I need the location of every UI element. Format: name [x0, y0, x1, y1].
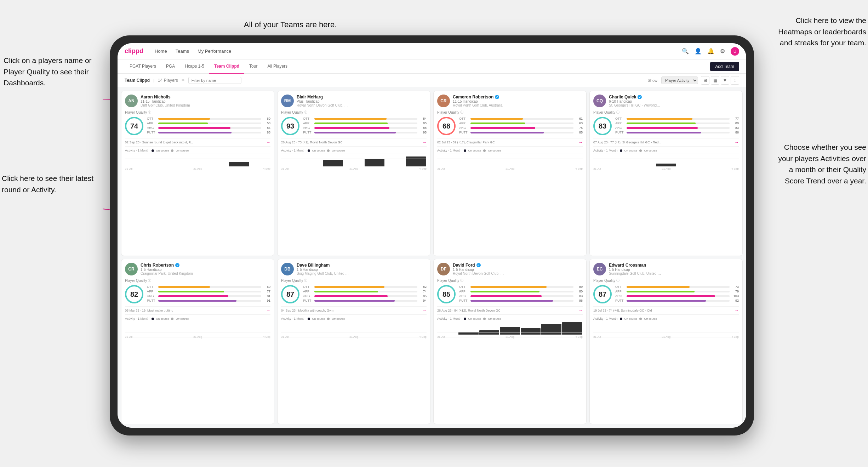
quality-circle[interactable]: 68 [437, 117, 456, 135]
player-club: Craigmillar Park, United Kingdom [141, 272, 194, 275]
quality-circle[interactable]: 85 [437, 285, 456, 303]
stat-bar-app [470, 123, 525, 124]
show-select[interactable]: Player Activity [661, 76, 698, 84]
chart-label-start: 31 Jul [281, 335, 289, 338]
activity-section: Activity · 1 Month On course Off course … [437, 149, 583, 171]
quality-circle[interactable]: 87 [281, 285, 299, 303]
latest-round[interactable]: 26 Aug 23 · 84 (+12), Royal North Devon … [437, 306, 583, 315]
player-card[interactable]: DB Dave Billingham 1-5 Handicap Soig Mag… [277, 259, 430, 424]
player-card[interactable]: CR Chris Robertson ✓ 1-5 Handicap Craigm… [121, 259, 274, 424]
quality-circle[interactable]: 93 [281, 117, 299, 135]
stat-val-putt: 91 [263, 299, 270, 302]
player-card[interactable]: BM Blair McHarg Plus Handicap Royal Nort… [277, 91, 430, 256]
quality-score: 87 [286, 290, 294, 298]
player-card[interactable]: AN Aaron Nicholls 11-15 Handicap Drift G… [121, 91, 274, 256]
sub-nav-pga[interactable]: PGA [161, 59, 180, 74]
player-name[interactable]: David Ford ✓ [453, 263, 583, 268]
chart-label-start: 31 Jul [593, 167, 601, 170]
player-card-header: DF David Ford ✓ 1-5 Handicap Royal North… [437, 263, 583, 275]
latest-round-arrow[interactable]: → [266, 140, 270, 145]
player-name[interactable]: Cameron Robertson ✓ [453, 95, 583, 99]
sub-nav-hcaps[interactable]: Hcaps 1-5 [180, 59, 209, 74]
add-team-button[interactable]: Add Team [710, 62, 739, 71]
annotation-activities: Choose whether you seeyour players Activ… [742, 142, 866, 186]
latest-round-arrow[interactable]: → [735, 308, 739, 313]
chart-label-end: 4 Sep [731, 167, 739, 170]
player-card[interactable]: CR Cameron Robertson ✓ 11-15 Handicap Ro… [433, 91, 587, 256]
chart-bars [125, 154, 270, 166]
quality-section[interactable]: 83 OTT 77 APP 80 ARG [593, 117, 739, 135]
filter-icon[interactable]: ▼ [721, 76, 729, 85]
latest-round-text: 19 Jul 23 · 74 (+4), Sunningdale GC - Ol… [593, 309, 652, 312]
latest-round-text: 02 Jul 23 · 59 (+17), Craigmillar Park G… [437, 141, 495, 144]
quality-section[interactable]: 82 OTT 60 APP 77 ARG [125, 285, 270, 303]
quality-section[interactable]: 74 OTT 60 APP 58 ARG [125, 117, 270, 135]
latest-round-arrow[interactable]: → [422, 140, 427, 145]
latest-round[interactable]: 04 Sep 23 · Mobility with coach, Gym → [281, 306, 427, 315]
latest-round[interactable]: 07 Aug 23 · 77 (+7), St George's Hill GC… [593, 138, 739, 147]
latest-round-arrow[interactable]: → [422, 308, 427, 313]
quality-circle[interactable]: 87 [593, 285, 612, 303]
player-name[interactable]: Charlie Quick ✓ [609, 95, 739, 99]
chart-label-mid: 21 Aug [662, 335, 670, 338]
search-icon[interactable]: 🔍 [682, 48, 689, 55]
player-name[interactable]: Blair McHarg [297, 95, 427, 99]
quality-section[interactable]: 85 OTT 89 APP 80 ARG [437, 285, 583, 303]
chart-label-end: 4 Sep [575, 335, 583, 338]
player-card[interactable]: CQ Charlie Quick ✓ 6-10 Handicap St. Geo… [589, 91, 743, 256]
sub-nav-tour[interactable]: Tour [244, 59, 262, 74]
player-name[interactable]: Chris Robertson ✓ [141, 263, 270, 268]
avatar-icon[interactable]: U [731, 47, 739, 56]
player-name[interactable]: Dave Billingham [297, 263, 427, 268]
view-icons: ⊞ ▦ ▼ ↕ [701, 76, 739, 85]
latest-round-arrow[interactable]: → [578, 140, 583, 145]
quality-circle[interactable]: 83 [593, 117, 612, 135]
sub-nav-team-clippd[interactable]: Team Clippd [209, 59, 244, 74]
player-card[interactable]: DF David Ford ✓ 1-5 Handicap Royal North… [433, 259, 587, 424]
filter-input[interactable] [188, 77, 241, 84]
latest-round[interactable]: 02 Jul 23 · 59 (+17), Craigmillar Park G… [437, 138, 583, 147]
latest-round[interactable]: 02 Sep 23 · Sunrise round to get back in… [125, 138, 270, 147]
settings-icon[interactable]: ⚙ [720, 48, 725, 55]
chart-area: 31 Jul 21 Aug 4 Sep [281, 154, 427, 171]
stat-val-arg: 85 [419, 294, 427, 298]
nav-performance[interactable]: My Performance [198, 49, 231, 54]
list-view-icon[interactable]: ▦ [711, 76, 719, 85]
player-club: Royal North Devon Golf Club, United Ki..… [453, 272, 506, 275]
stat-bar-putt [314, 132, 396, 133]
verified-icon: ✓ [495, 95, 499, 99]
quality-section[interactable]: 93 OTT 84 APP 85 ARG [281, 117, 427, 135]
stat-val-arg: 84 [263, 126, 270, 130]
player-club: Royal North Devon Golf Club, United Ki..… [297, 103, 350, 107]
latest-round[interactable]: 05 Mar 23 · 19; Must make putting → [125, 306, 270, 315]
sort-icon[interactable]: ↕ [731, 76, 739, 85]
user-icon[interactable]: 👤 [695, 48, 702, 55]
annotation-players-name: Click on a players name or Player Qualit… [4, 55, 104, 89]
quality-section[interactable]: 87 OTT 73 APP 79 ARG [593, 285, 739, 303]
quality-section[interactable]: 68 OTT 61 APP 63 ARG [437, 117, 583, 135]
latest-round[interactable]: 19 Jul 23 · 74 (+4), Sunningdale GC - Ol… [593, 306, 739, 315]
quality-circle[interactable]: 74 [125, 117, 143, 135]
latest-round[interactable]: 26 Aug 23 · 73 (+1), Royal North Devon G… [281, 138, 427, 147]
stats-list: OTT 61 APP 63 ARG [459, 117, 583, 135]
sub-nav-pgat[interactable]: PGAT Players [125, 59, 161, 74]
quality-circle[interactable]: 82 [125, 285, 143, 303]
player-card-header: DB Dave Billingham 1-5 Handicap Soig Mag… [281, 263, 427, 275]
stat-bar-wrap-putt [627, 300, 730, 302]
bell-icon[interactable]: 🔔 [707, 48, 714, 55]
activity-label: Activity · 1 Month On course Off course [125, 317, 270, 320]
stat-val-ott: 60 [263, 117, 270, 120]
latest-round-arrow[interactable]: → [266, 308, 270, 313]
player-name[interactable]: Aaron Nicholls [141, 95, 270, 99]
stat-bar-putt [627, 300, 706, 302]
edit-icon[interactable]: ✏ [182, 78, 185, 82]
latest-round-arrow[interactable]: → [578, 308, 583, 313]
nav-home[interactable]: Home [155, 49, 167, 54]
nav-teams[interactable]: Teams [176, 49, 189, 54]
player-card[interactable]: EC Edward Crossman 1-5 Handicap Sunningd… [589, 259, 743, 424]
player-name[interactable]: Edward Crossman [609, 263, 739, 268]
quality-section[interactable]: 87 OTT 82 APP 74 ARG [281, 285, 427, 303]
latest-round-arrow[interactable]: → [735, 140, 739, 145]
grid-view-icon[interactable]: ⊞ [701, 76, 709, 85]
sub-nav-all-players[interactable]: All Players [262, 59, 292, 74]
